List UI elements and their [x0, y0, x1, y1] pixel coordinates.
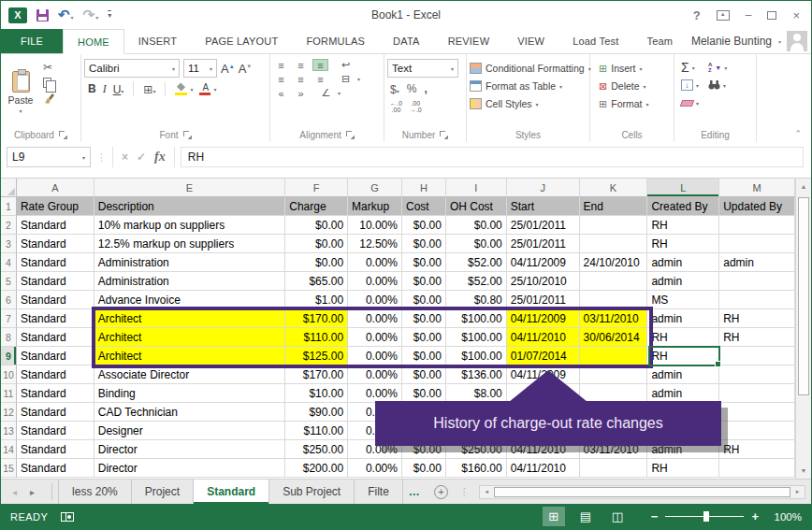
- align-center-button[interactable]: ≡: [293, 73, 309, 85]
- undo-button[interactable]: ↶▾: [58, 7, 74, 23]
- cell-L15[interactable]: RH: [647, 459, 719, 478]
- cell-F4[interactable]: $0.00: [285, 253, 348, 272]
- normal-view-icon[interactable]: ⊞: [543, 507, 565, 526]
- row-header-4[interactable]: 4: [1, 253, 17, 272]
- align-right-button[interactable]: ≡: [312, 73, 328, 85]
- cell-M14[interactable]: RH: [719, 440, 795, 459]
- user-area[interactable]: Melanie Bunting ▾: [691, 29, 811, 53]
- sheet-tab-standard[interactable]: Standard: [194, 480, 269, 504]
- align-middle-button[interactable]: ≡: [293, 59, 309, 71]
- cell-L6[interactable]: MS: [647, 291, 719, 309]
- italic-button[interactable]: I: [103, 82, 107, 96]
- select-all-corner[interactable]: [1, 179, 17, 197]
- row-header-6[interactable]: 6: [1, 291, 17, 309]
- cell-A14[interactable]: Standard: [17, 440, 94, 459]
- cell-H3[interactable]: $0.00: [402, 235, 446, 253]
- row-header-14[interactable]: 14: [1, 440, 17, 459]
- save-icon[interactable]: [36, 9, 49, 21]
- cell-F12[interactable]: $90.00: [285, 403, 348, 422]
- orientation-button[interactable]: ∠: [318, 87, 334, 99]
- shrink-font-button[interactable]: A▼: [239, 62, 253, 76]
- column-header-F[interactable]: F: [285, 179, 348, 197]
- cell-A6[interactable]: Standard: [17, 291, 94, 309]
- cell-F8[interactable]: $110.00: [285, 328, 348, 347]
- ribbon-tab-page-layout[interactable]: PAGE LAYOUT: [191, 29, 292, 53]
- column-header-G[interactable]: G: [348, 179, 402, 197]
- column-header-A[interactable]: A: [17, 179, 94, 197]
- formula-bar-splitter[interactable]: ⋮: [96, 151, 107, 164]
- row-header-7[interactable]: 7: [1, 309, 17, 328]
- cell-K7[interactable]: 03/11/2010: [580, 309, 648, 328]
- scroll-right-icon[interactable]: ▸: [790, 486, 805, 498]
- row-header-9[interactable]: 9: [1, 347, 17, 365]
- cell-J6[interactable]: 25/01/2011: [507, 291, 580, 309]
- cell-I3[interactable]: $0.00: [446, 235, 507, 253]
- cell-G6[interactable]: 0.00%: [348, 291, 402, 309]
- cell-M8[interactable]: RH: [719, 328, 795, 347]
- cell-H15[interactable]: $0.00: [402, 459, 446, 478]
- wrap-text-button[interactable]: ↩: [338, 59, 354, 71]
- cell-E1[interactable]: Description: [94, 197, 285, 216]
- cell-F14[interactable]: $250.00: [285, 440, 348, 459]
- cell-G10[interactable]: 0.00%: [348, 365, 402, 384]
- column-header-K[interactable]: K: [580, 179, 648, 197]
- cell-I6[interactable]: $0.80: [446, 291, 507, 309]
- cell-I5[interactable]: $52.00: [446, 272, 507, 291]
- sheet-bar-splitter[interactable]: ⋮: [459, 480, 470, 504]
- column-header-H[interactable]: H: [402, 179, 446, 197]
- cell-F7[interactable]: $170.00: [285, 309, 348, 328]
- autosum-button[interactable]: Σ▾: [681, 59, 699, 76]
- sheet-nav-left-icon[interactable]: ◂: [12, 487, 17, 497]
- cell-F10[interactable]: $170.00: [285, 365, 348, 384]
- delete-cells-button[interactable]: ⊠Delete▾: [599, 78, 671, 94]
- cell-E6[interactable]: Advance Invoice: [94, 291, 285, 309]
- cell-E12[interactable]: CAD Technician: [94, 403, 285, 422]
- help-icon[interactable]: ?: [693, 8, 701, 22]
- cell-J15[interactable]: 04/11/2010: [507, 459, 580, 478]
- cell-K6[interactable]: [580, 291, 648, 309]
- cell-F1[interactable]: Charge: [285, 197, 348, 216]
- cell-M2[interactable]: [719, 216, 795, 235]
- font-dialog-launcher[interactable]: [183, 131, 192, 139]
- cell-A1[interactable]: Rate Group: [17, 197, 94, 216]
- cut-button[interactable]: ✂: [41, 61, 58, 74]
- cell-I1[interactable]: OH Cost: [446, 197, 507, 216]
- merge-center-button[interactable]: ⊟: [338, 73, 354, 85]
- fill-color-button[interactable]: ▾: [175, 83, 193, 95]
- cell-E10[interactable]: Associate Director: [94, 365, 285, 384]
- cell-A15[interactable]: Standard: [17, 459, 94, 478]
- cell-A10[interactable]: Standard: [17, 365, 94, 384]
- cell-H7[interactable]: $0.00: [402, 309, 446, 328]
- cell-A2[interactable]: Standard: [17, 216, 94, 235]
- vertical-scrollbar[interactable]: ▲ ▼: [795, 179, 811, 479]
- borders-button[interactable]: ⊞▾: [143, 80, 155, 97]
- cell-E9[interactable]: Architect: [94, 347, 285, 365]
- clear-button[interactable]: ▾: [681, 94, 699, 111]
- align-top-button[interactable]: ≡: [273, 59, 289, 71]
- percent-button[interactable]: %: [407, 83, 417, 94]
- cell-M3[interactable]: [719, 235, 795, 253]
- conditional-formatting-button[interactable]: Conditional Formatting▾: [470, 60, 587, 77]
- decrease-decimal-button[interactable]: .00→.0: [410, 100, 422, 113]
- row-header-10[interactable]: 10: [1, 365, 17, 384]
- cell-H4[interactable]: $0.00: [402, 253, 446, 272]
- cell-styles-button[interactable]: Cell Styles▾: [470, 95, 587, 112]
- sheet-nav-right-icon[interactable]: ▸: [30, 487, 35, 497]
- cell-K4[interactable]: 24/10/2010: [580, 253, 648, 272]
- cell-L4[interactable]: admin: [647, 253, 719, 272]
- copy-button[interactable]: ▾: [41, 77, 58, 89]
- sheet-tab-filte[interactable]: Filte: [355, 480, 403, 504]
- cell-J3[interactable]: 25/01/2011: [507, 235, 580, 253]
- cancel-icon[interactable]: ×: [122, 150, 128, 164]
- row-header-15[interactable]: 15: [1, 459, 17, 478]
- cell-A5[interactable]: Standard: [17, 272, 94, 291]
- column-header-M[interactable]: M: [719, 179, 795, 197]
- ribbon-tab-data[interactable]: DATA: [379, 29, 434, 53]
- vertical-scroll-thumb[interactable]: [798, 197, 809, 395]
- zoom-out-icon[interactable]: −: [651, 509, 659, 523]
- number-dialog-launcher[interactable]: [440, 131, 448, 139]
- find-select-button[interactable]: ▾: [708, 77, 727, 93]
- column-header-L[interactable]: L: [647, 179, 719, 197]
- cell-A4[interactable]: Standard: [17, 253, 94, 272]
- cell-I11[interactable]: $8.00: [446, 384, 507, 403]
